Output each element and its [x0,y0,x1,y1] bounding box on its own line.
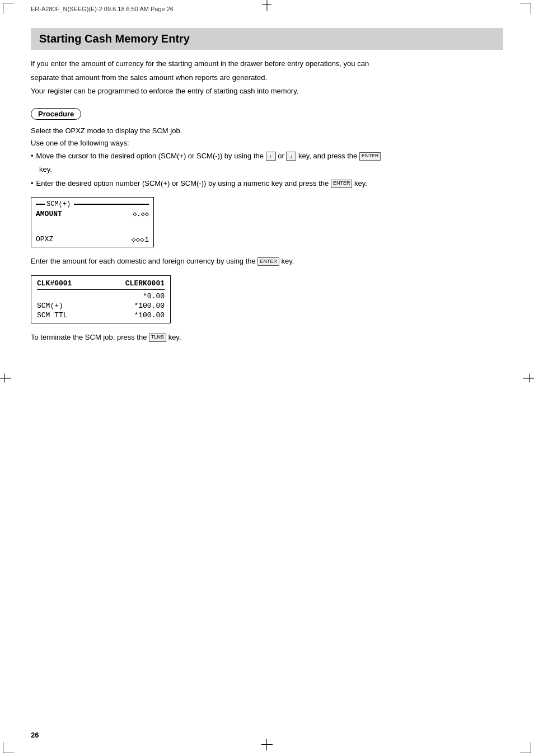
crosshair-right [523,378,534,378]
display2-header: CLK#0001 CLERK0001 [37,279,165,290]
display-box-2: CLK#0001 CLERK0001 *0.00 SCM(+) *100.00 … [31,275,171,323]
bullet1: • Move the cursor to the desired option … [31,151,503,162]
amount-label: AMOUNT [36,210,62,218]
bullet2-content: Enter the desired option number (SCM(+) … [36,178,367,189]
header-text: ER-A280F_N(SEEG)(E)-2 09.6.18 6:50 AM Pa… [31,6,174,12]
page-header: ER-A280F_N(SEEG)(E)-2 09.6.18 6:50 AM Pa… [31,6,503,12]
crop-mark-bl [3,742,14,753]
display2-row1: SCM(+) *100.00 [37,302,165,310]
clk-label: CLK#0001 [37,279,72,288]
opxz-label: OPXZ [36,235,53,244]
scm-top-label: SCM(+) [46,200,71,208]
clk-number: CLK#0001 [37,279,72,288]
bullet1-continuation: key. [31,164,503,175]
opxz-value: ◇◇◇1 [132,235,149,244]
tlns-key: TLNS [149,334,166,342]
crop-mark-tr [520,3,531,14]
bullet1-key-line: key. [39,165,52,173]
display2-row2: SCM TTL *100.00 [37,311,165,320]
dash-left [36,204,45,205]
row0-value: *0.00 [143,292,165,300]
step2: Use one of the following ways: [31,138,503,149]
amount-value: ◇.◇◇ [133,210,149,218]
after-display1-text: Enter the amount for each domestic and f… [31,256,503,267]
section-title-box: Starting Cash Memory Entry [31,28,503,50]
scm-plus-label: SCM(+) [37,302,63,310]
procedure-label: Procedure [31,108,81,120]
main-content: Starting Cash Memory Entry If you enter … [31,28,503,344]
after-display1-text-content: Enter the amount for each domestic and f… [31,257,256,265]
bullet2-end: key. [354,179,367,187]
up-key: ↑ [266,152,276,161]
crop-mark-tl [3,3,14,14]
step1: Select the OPXZ mode to display the SCM … [31,125,503,137]
enter-key-3: ENTER [257,257,279,266]
enter-key-1: ENTER [359,152,381,161]
dash-right [74,204,149,205]
scm-plus-value: *100.00 [134,302,165,310]
intro-line2: separate that amount from the sales amou… [31,72,503,83]
bullet1-or: or [278,152,286,160]
enter-key-2: ENTER [331,180,353,188]
scm-ttl-label: SCM TTL [37,311,68,320]
display-box-1: SCM(+) AMOUNT ◇.◇◇ OPXZ ◇◇◇1 [31,197,154,247]
terminate-text: To terminate the SCM job, press the TLNS… [31,332,503,343]
bullet1-text: Move the cursor to the desired option (S… [36,152,264,160]
bullet2-dot: • [31,178,34,189]
display2-row0: *0.00 [37,292,165,300]
bullet1-end: key, and press the [298,152,357,160]
intro-line1: If you enter the amount of currency for … [31,58,503,69]
terminate-text1: To terminate the SCM job, press the [31,333,147,341]
page-number: 26 [31,731,39,739]
terminate-text2: key. [168,333,181,341]
bullet2-text: Enter the desired option number (SCM(+) … [36,179,329,187]
procedure-badge: Procedure [31,100,503,125]
crosshair-left [0,378,11,378]
after-display1-end: key. [282,257,294,265]
scm-ttl-value: *100.00 [134,311,165,320]
section-title: Starting Cash Memory Entry [39,32,190,45]
down-key: ↓ [286,152,296,161]
bullet1-content: Move the cursor to the desired option (S… [36,151,381,162]
intro-line3: Your register can be programmed to enfor… [31,86,503,97]
crop-mark-br [520,742,531,753]
clerk-label: CLERK0001 [125,279,165,288]
bullet1-dot: • [31,151,34,162]
bullet2: • Enter the desired option number (SCM(+… [31,178,503,189]
